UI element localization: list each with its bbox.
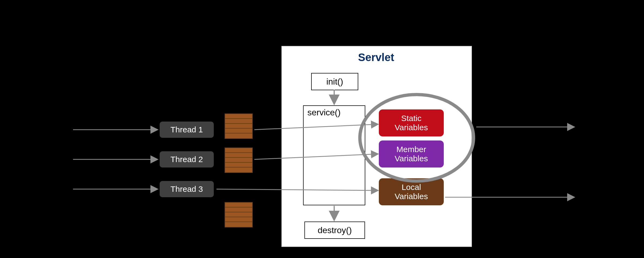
arrow-thread2-member xyxy=(254,154,377,159)
arrow-thread1-static xyxy=(254,124,377,130)
arrow-thread3-local xyxy=(216,189,377,190)
